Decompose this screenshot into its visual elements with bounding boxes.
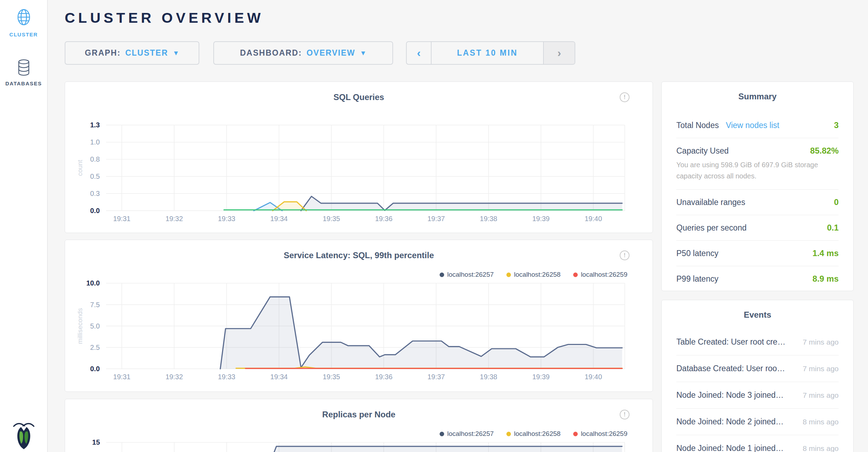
- event-row[interactable]: Database Created: User roo… 7 mins ago: [676, 355, 839, 382]
- globe-icon: [15, 22, 33, 28]
- summary-panel: Summary Total Nodes View nodes list 3 Ca…: [661, 82, 854, 291]
- svg-text:0.0: 0.0: [90, 365, 100, 373]
- svg-text:milliseconds: milliseconds: [76, 308, 84, 344]
- svg-text:19:38: 19:38: [480, 373, 497, 381]
- legend-dot-icon: [440, 273, 444, 277]
- info-icon[interactable]: !: [620, 250, 629, 260]
- svg-text:19:35: 19:35: [323, 215, 340, 223]
- svg-text:19:40: 19:40: [585, 215, 602, 223]
- legend-item: localhost:26257: [440, 430, 494, 438]
- svg-text:19:39: 19:39: [532, 373, 550, 381]
- svg-text:19:31: 19:31: [113, 373, 130, 381]
- chevron-down-icon: ▼: [360, 49, 367, 57]
- summary-label: Total Nodes: [676, 121, 719, 130]
- chevron-left-icon: ‹: [417, 47, 421, 59]
- event-row[interactable]: Node Joined: Node 3 joined… 7 mins ago: [676, 382, 839, 409]
- summary-label: Capacity Used: [676, 146, 729, 156]
- summary-row-queries-per-second: Queries per second 0.1: [676, 215, 839, 241]
- legend-item: localhost:26258: [506, 271, 561, 278]
- svg-text:19:32: 19:32: [165, 215, 183, 223]
- replicas-per-node-card: 15105019:3119:3219:3319:3419:3519:3619:3…: [65, 399, 653, 452]
- svg-text:15: 15: [92, 438, 100, 446]
- event-row[interactable]: Table Created: User root cre… 7 mins ago: [676, 329, 839, 355]
- dashboard-dropdown-value: OVERVIEW: [306, 48, 355, 58]
- service-latency-card: 10.07.55.02.50.019:3119:3219:3319:3419:3…: [65, 240, 653, 392]
- event-time: 8 mins ago: [803, 444, 839, 452]
- event-row[interactable]: Node Joined: Node 2 joined… 8 mins ago: [676, 409, 839, 435]
- svg-text:1.0: 1.0: [90, 138, 100, 146]
- capacity-note: You are using 598.9 GiB of 697.9 GiB sto…: [676, 159, 834, 182]
- time-window-label[interactable]: LAST 10 MIN: [432, 42, 543, 64]
- svg-text:0.8: 0.8: [90, 155, 100, 163]
- event-time: 8 mins ago: [803, 418, 839, 426]
- summary-row-p50-latency: P50 latency 1.4 ms: [676, 241, 839, 266]
- dashboard-dropdown[interactable]: DASHBOARD: OVERVIEW ▼: [213, 41, 393, 65]
- chart-title: SQL Queries: [65, 92, 653, 102]
- svg-text:19:40: 19:40: [585, 373, 602, 381]
- svg-text:19:34: 19:34: [270, 215, 288, 223]
- database-icon: [16, 71, 32, 77]
- legend-item: localhost:26259: [573, 271, 627, 278]
- event-time: 7 mins ago: [803, 338, 839, 346]
- svg-text:19:35: 19:35: [323, 373, 340, 381]
- sql-queries-chart[interactable]: 1.31.00.80.50.30.019:3119:3219:3319:3419…: [65, 82, 653, 233]
- chart-title: Replicas per Node: [65, 410, 653, 419]
- sidebar-item-databases[interactable]: DATABASES: [0, 59, 47, 86]
- svg-text:19:36: 19:36: [375, 215, 392, 223]
- events-heading: Events: [676, 310, 839, 320]
- summary-row-p99-latency: P99 latency 8.9 ms: [676, 266, 839, 291]
- sql-queries-card: 1.31.00.80.50.30.019:3119:3219:3319:3419…: [65, 82, 653, 233]
- events-panel: Events Table Created: User root cre… 7 m…: [661, 300, 854, 452]
- graph-dropdown-value: CLUSTER: [125, 48, 168, 58]
- page-title: CLUSTER OVERVIEW: [65, 10, 264, 26]
- summary-rows: Total Nodes View nodes list 3 Capacity U…: [676, 113, 839, 291]
- summary-value: 85.82%: [810, 146, 839, 156]
- summary-value: 8.9 ms: [812, 274, 839, 284]
- svg-text:19:34: 19:34: [270, 373, 288, 381]
- svg-text:19:33: 19:33: [218, 215, 235, 223]
- summary-row-capacity-used: Capacity Used 85.82% You are using 598.9…: [676, 138, 839, 190]
- event-row[interactable]: Node Joined: Node 1 joined… 8 mins ago: [676, 435, 839, 452]
- view-nodes-link[interactable]: View nodes list: [726, 121, 779, 130]
- legend-dot-icon: [573, 432, 578, 436]
- summary-row-total-nodes: Total Nodes View nodes list 3: [676, 113, 839, 138]
- cluster-overview-page: { "app": { "title": "CLUSTER OVERVIEW" }…: [0, 0, 868, 452]
- chart-legend: localhost:26257localhost:26258localhost:…: [440, 271, 627, 278]
- events-rows: Table Created: User root cre… 7 mins ago…: [676, 329, 839, 452]
- summary-label: Unavailable ranges: [676, 198, 745, 207]
- summary-heading: Summary: [676, 92, 839, 101]
- sidebar-item-label: CLUSTER: [0, 31, 47, 37]
- legend-item: localhost:26257: [440, 271, 494, 278]
- sidebar-item-label: DATABASES: [0, 80, 47, 86]
- chart-title: Service Latency: SQL, 99th percentile: [65, 250, 653, 260]
- event-time: 7 mins ago: [803, 391, 839, 400]
- cockroach-logo[interactable]: [12, 420, 35, 451]
- event-time: 7 mins ago: [803, 365, 839, 373]
- event-text: Table Created: User root cre…: [676, 337, 785, 347]
- service-latency-chart[interactable]: 10.07.55.02.50.019:3119:3219:3319:3419:3…: [65, 240, 653, 391]
- svg-text:1.3: 1.3: [90, 121, 100, 129]
- replicas-per-node-chart[interactable]: 15105019:3119:3219:3319:3419:3519:3619:3…: [65, 399, 653, 452]
- event-text: Node Joined: Node 3 joined…: [676, 390, 784, 400]
- time-prev-button[interactable]: ‹: [407, 42, 432, 64]
- svg-text:19:37: 19:37: [427, 215, 445, 223]
- legend-item: localhost:26259: [573, 430, 627, 438]
- time-window-nav: ‹ LAST 10 MIN ›: [406, 41, 575, 65]
- svg-text:19:32: 19:32: [165, 373, 183, 381]
- info-icon[interactable]: !: [620, 410, 629, 419]
- svg-text:19:37: 19:37: [427, 373, 445, 381]
- summary-row-unavailable-ranges: Unavailable ranges 0: [676, 190, 839, 215]
- graph-dropdown[interactable]: GRAPH: CLUSTER ▼: [65, 41, 199, 65]
- legend-item: localhost:26258: [506, 430, 561, 438]
- time-next-button[interactable]: ›: [543, 42, 575, 64]
- svg-text:7.5: 7.5: [90, 301, 100, 309]
- info-icon[interactable]: !: [620, 92, 629, 102]
- sidebar-item-cluster[interactable]: CLUSTER: [0, 7, 47, 37]
- graph-dropdown-label: GRAPH:: [85, 48, 121, 58]
- svg-text:19:39: 19:39: [532, 215, 550, 223]
- svg-text:0.5: 0.5: [90, 172, 100, 180]
- summary-value: 3: [834, 120, 839, 130]
- legend-dot-icon: [440, 432, 444, 436]
- summary-value: 1.4 ms: [812, 248, 839, 258]
- summary-label: Queries per second: [676, 223, 747, 233]
